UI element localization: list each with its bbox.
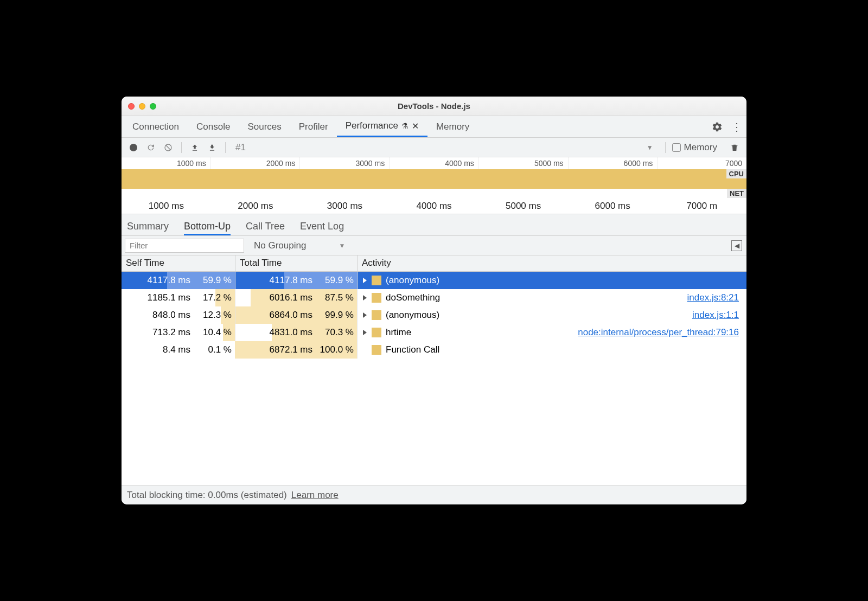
grouping-label: No Grouping <box>254 240 306 251</box>
save-profile-button[interactable] <box>206 141 219 154</box>
header-activity[interactable]: Activity <box>358 255 746 271</box>
source-link[interactable]: index.js:1:1 <box>692 310 739 321</box>
side-panel-toggle[interactable]: ◀ <box>731 240 742 251</box>
panel-icon: ◀ <box>735 242 739 250</box>
learn-more-link[interactable]: Learn more <box>291 490 339 501</box>
expand-icon[interactable] <box>362 330 367 335</box>
cell-total-time: 6016.1 ms87.5 % <box>235 289 358 306</box>
devtools-window: DevTools - Node.js Connection Console So… <box>122 97 746 504</box>
record-button[interactable] <box>127 141 140 154</box>
cell-self-time: 4117.8 ms59.9 % <box>122 272 235 289</box>
net-label: NET <box>727 189 746 198</box>
tick: 6000 ms <box>568 199 658 214</box>
titlebar: DevTools - Node.js <box>122 97 746 116</box>
tick: 7000 <box>658 157 746 169</box>
activity-name: (anonymous) <box>386 310 439 321</box>
table-body: 4117.8 ms59.9 %4117.8 ms59.9 %(anonymous… <box>122 272 746 485</box>
gc-button[interactable] <box>728 141 741 154</box>
svg-point-0 <box>130 144 137 151</box>
status-bar: Total blocking time: 0.00ms (estimated) … <box>122 485 746 504</box>
close-window-button[interactable] <box>128 103 135 110</box>
script-icon <box>372 293 381 303</box>
window-title: DevTools - Node.js <box>122 101 746 111</box>
flask-icon: ⚗ <box>401 122 409 130</box>
profile-selector[interactable]: #1 ▼ <box>232 142 659 153</box>
header-self-time[interactable]: Self Time <box>122 255 235 271</box>
tick: 1000 ms <box>122 157 211 169</box>
activity-name: (anonymous) <box>386 275 439 286</box>
cpu-label: CPU <box>726 169 746 178</box>
net-strip: NET <box>122 189 746 199</box>
table-row[interactable]: 4117.8 ms59.9 %4117.8 ms59.9 %(anonymous… <box>122 272 746 289</box>
timeline-overview[interactable]: 1000 ms 2000 ms 3000 ms 4000 ms 5000 ms … <box>122 157 746 214</box>
tab-performance[interactable]: Performance ⚗ ✕ <box>337 116 427 137</box>
subtab-call-tree[interactable]: Call Tree <box>246 221 285 235</box>
grouping-dropdown[interactable]: No Grouping ▼ <box>254 240 345 251</box>
memory-checkbox[interactable]: Memory <box>672 142 717 153</box>
cell-self-time: 848.0 ms12.3 % <box>122 306 235 324</box>
ban-icon <box>164 143 173 152</box>
activity-name: hrtime <box>386 327 411 338</box>
gear-icon <box>712 122 723 132</box>
tab-connection[interactable]: Connection <box>124 116 188 137</box>
window-controls <box>128 103 156 110</box>
tick: 3000 ms <box>300 157 390 169</box>
clear-button[interactable] <box>162 141 175 154</box>
expand-icon[interactable] <box>362 312 367 318</box>
subtab-summary[interactable]: Summary <box>127 221 169 235</box>
activity-name: doSomething <box>386 292 440 303</box>
close-icon[interactable]: ✕ <box>412 121 419 131</box>
tick: 4000 ms <box>390 199 479 214</box>
expand-icon[interactable] <box>362 295 367 300</box>
cell-self-time: 713.2 ms10.4 % <box>122 324 235 341</box>
source-link[interactable]: node:internal/process/per_thread:79:16 <box>578 327 739 338</box>
svg-line-2 <box>165 145 170 150</box>
tab-performance-label: Performance <box>346 120 398 131</box>
tab-sources[interactable]: Sources <box>239 116 290 137</box>
cell-total-time: 4117.8 ms59.9 % <box>235 272 358 289</box>
tab-profiler[interactable]: Profiler <box>290 116 337 137</box>
load-profile-button[interactable] <box>188 141 201 154</box>
tab-memory[interactable]: Memory <box>427 116 478 137</box>
subtab-bottom-up[interactable]: Bottom-Up <box>184 221 231 235</box>
memory-checkbox-label: Memory <box>684 142 717 153</box>
subtab-event-log[interactable]: Event Log <box>300 221 344 235</box>
panel-tabs: Connection Console Sources Profiler Perf… <box>122 116 746 138</box>
overview-ticks-top: 1000 ms 2000 ms 3000 ms 4000 ms 5000 ms … <box>122 157 746 169</box>
chevron-down-icon: ▼ <box>339 242 345 250</box>
cpu-strip: CPU <box>122 169 746 189</box>
cell-total-time: 6872.1 ms100.0 % <box>235 341 358 359</box>
tick: 1000 ms <box>122 199 211 214</box>
reload-button[interactable] <box>144 141 157 154</box>
cell-self-time: 1185.1 ms17.2 % <box>122 289 235 306</box>
table-row[interactable]: 8.4 ms0.1 %6872.1 ms100.0 %Function Call <box>122 341 746 359</box>
settings-button[interactable] <box>707 116 727 137</box>
tick: 5000 ms <box>479 157 569 169</box>
table-row[interactable]: 713.2 ms10.4 %4831.0 ms70.3 %hrtimenode:… <box>122 324 746 341</box>
expand-icon[interactable] <box>362 278 367 283</box>
cell-activity: (anonymous)index.js:1:1 <box>358 306 746 324</box>
script-icon <box>372 328 381 337</box>
chevron-down-icon: ▼ <box>647 144 653 151</box>
record-icon <box>129 143 138 152</box>
script-icon <box>372 276 381 285</box>
header-total-time[interactable]: Total Time <box>235 255 358 271</box>
tick: 7000 m <box>657 199 746 214</box>
filter-input[interactable] <box>125 239 244 253</box>
tick: 2000 ms <box>211 199 301 214</box>
table-header: Self Time Total Time Activity <box>122 255 746 272</box>
maximize-window-button[interactable] <box>150 103 156 110</box>
activity-name: Function Call <box>386 344 439 355</box>
table-row[interactable]: 848.0 ms12.3 %6864.0 ms99.9 %(anonymous)… <box>122 306 746 324</box>
profile-name: #1 <box>235 142 246 153</box>
filter-row: No Grouping ▼ ◀ <box>122 236 746 255</box>
table-row[interactable]: 1185.1 ms17.2 %6016.1 ms87.5 %doSomethin… <box>122 289 746 306</box>
upload-icon <box>191 143 199 152</box>
details-tabs: Summary Bottom-Up Call Tree Event Log <box>122 214 746 236</box>
checkbox-icon <box>672 143 681 152</box>
source-link[interactable]: index.js:8:21 <box>687 292 739 303</box>
minimize-window-button[interactable] <box>139 103 145 110</box>
more-button[interactable]: ⋮ <box>727 116 746 137</box>
script-icon <box>372 310 381 320</box>
tab-console[interactable]: Console <box>188 116 239 137</box>
